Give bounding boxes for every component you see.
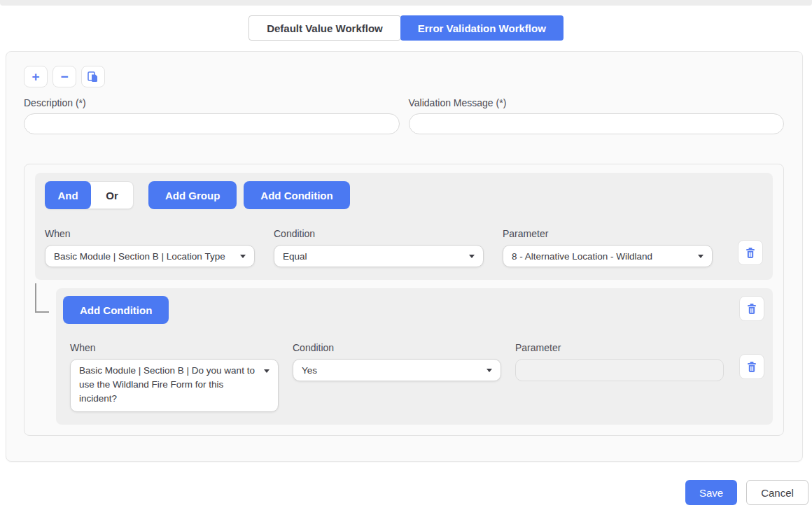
trash-icon [746, 361, 757, 373]
when-field: When Basic Module | Section B | Location… [45, 228, 255, 267]
copy-button[interactable] [81, 66, 105, 87]
nested-group-wrap: Add Condition [56, 288, 773, 425]
nested-when-select-value: Basic Module | Section B | Do you want t… [79, 364, 257, 406]
workflow-editor-panel: + − Description (*) Validation Message (… [6, 51, 803, 462]
dropdown-arrow-icon [486, 369, 492, 372]
nested-condition-row: When Basic Module | Section B | Do you w… [70, 342, 764, 412]
nested-group-controls: Add Condition [63, 296, 764, 324]
parameter-select-value: 8 - Alternative Location - Wildland [512, 251, 652, 262]
validation-message-field-group: Validation Message (*) [409, 97, 785, 134]
nested-parameter-field: Parameter [515, 342, 724, 381]
description-label: Description (*) [24, 97, 400, 108]
trash-icon [745, 247, 756, 259]
validation-message-label: Validation Message (*) [409, 97, 785, 108]
when-select-value: Basic Module | Section B | Location Type [54, 251, 225, 262]
parameter-label: Parameter [515, 342, 724, 353]
minus-icon: − [60, 70, 68, 83]
workflow-tabs: Default Value Workflow Error Validation … [0, 15, 812, 41]
condition-builder: And Or Add Group Add Condition When Basi… [24, 164, 784, 436]
parameter-select[interactable]: 8 - Alternative Location - Wildland [503, 245, 713, 267]
tab-error-validation-workflow[interactable]: Error Validation Workflow [400, 15, 564, 41]
add-condition-button[interactable]: Add Condition [244, 181, 349, 209]
when-label: When [70, 342, 279, 353]
parameter-label: Parameter [503, 228, 713, 239]
nested-add-condition-button[interactable]: Add Condition [63, 296, 169, 324]
dropdown-arrow-icon [240, 255, 246, 258]
dropdown-arrow-icon [469, 255, 475, 258]
save-button[interactable]: Save [685, 480, 737, 505]
condition-field: Condition Equal [274, 228, 484, 267]
top-strip [0, 0, 812, 6]
when-label: When [45, 228, 255, 239]
dropdown-arrow-icon [264, 369, 270, 373]
description-field-group: Description (*) [24, 97, 400, 134]
footer-actions: Save Cancel [0, 480, 808, 505]
dropdown-arrow-icon [698, 255, 704, 258]
nested-condition-field: Condition Yes [293, 342, 501, 381]
nested-when-select[interactable]: Basic Module | Section B | Do you want t… [70, 359, 279, 412]
description-input[interactable] [24, 113, 400, 134]
nested-condition-select[interactable]: Yes [293, 359, 501, 381]
delete-condition-button[interactable] [738, 240, 763, 265]
and-or-toggle: And Or [45, 181, 134, 209]
nested-condition-select-value: Yes [302, 365, 317, 376]
when-select[interactable]: Basic Module | Section B | Location Type [45, 245, 255, 267]
condition-label: Condition [293, 342, 501, 353]
delete-nested-condition-button[interactable] [739, 354, 764, 379]
condition-group: And Or Add Group Add Condition When Basi… [35, 173, 773, 280]
form-fields: Description (*) Validation Message (*) [24, 97, 784, 134]
trash-icon [746, 303, 757, 315]
and-toggle-button[interactable]: And [45, 181, 91, 209]
toolbar: + − [24, 66, 784, 87]
plus-icon: + [31, 70, 39, 83]
condition-label: Condition [274, 228, 484, 239]
add-button[interactable]: + [24, 66, 48, 87]
validation-message-input[interactable] [409, 113, 785, 134]
copy-icon [87, 71, 99, 83]
nesting-connector-line [35, 283, 49, 313]
delete-group-button[interactable] [739, 296, 764, 321]
group-controls-row: And Or Add Group Add Condition [45, 181, 763, 209]
or-toggle-button[interactable]: Or [91, 181, 133, 209]
condition-select[interactable]: Equal [274, 245, 484, 267]
condition-row: When Basic Module | Section B | Location… [45, 228, 763, 267]
remove-button[interactable]: − [52, 66, 76, 87]
tab-default-value-workflow[interactable]: Default Value Workflow [248, 15, 401, 41]
add-group-button[interactable]: Add Group [148, 181, 237, 209]
nested-when-field: When Basic Module | Section B | Do you w… [70, 342, 279, 412]
cancel-button[interactable]: Cancel [746, 480, 808, 505]
nested-parameter-input [515, 359, 724, 381]
parameter-field: Parameter 8 - Alternative Location - Wil… [503, 228, 713, 267]
condition-select-value: Equal [283, 251, 307, 262]
nested-condition-group: Add Condition [56, 288, 773, 425]
